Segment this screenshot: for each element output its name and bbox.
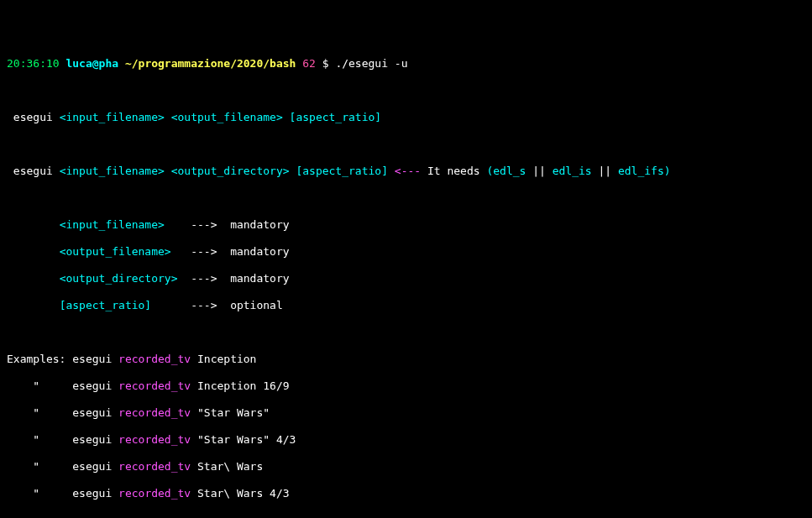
cwd-path: ~/programmazione/2020/bash: [125, 57, 296, 70]
arg-aspect-ratio: [aspect_ratio] ---> optional: [7, 299, 805, 312]
arg-output-filename: <output_filename> ---> mandatory: [7, 245, 805, 259]
user-host: luca@pha: [65, 57, 118, 70]
typed-command[interactable]: ./esegui -u: [335, 57, 407, 70]
example-2: " esegui recorded_tv Inception 16/9: [7, 379, 805, 393]
time: 20:36:10: [7, 57, 60, 70]
example-3: " esegui recorded_tv "Star Wars": [7, 406, 805, 420]
usage-2: esegui <input_filename> <output_director…: [7, 165, 805, 178]
usage-1: esegui <input_filename> <output_filename…: [7, 111, 805, 124]
arg-input-filename: <input_filename> ---> mandatory: [7, 218, 805, 232]
example-5: " esegui recorded_tv Star\ Wars: [7, 460, 805, 474]
example-6: " esegui recorded_tv Star\ Wars 4/3: [7, 487, 805, 500]
example-1: Examples: esegui recorded_tv Inception: [7, 353, 805, 366]
prompt-symbol: $: [322, 57, 329, 70]
history-num: 62: [302, 57, 316, 70]
example-4: " esegui recorded_tv "Star Wars" 4/3: [7, 433, 805, 447]
arg-output-directory: <output_directory> ---> mandatory: [7, 272, 805, 285]
prompt-line: 20:36:10 luca@pha ~/programmazione/2020/…: [7, 57, 805, 71]
